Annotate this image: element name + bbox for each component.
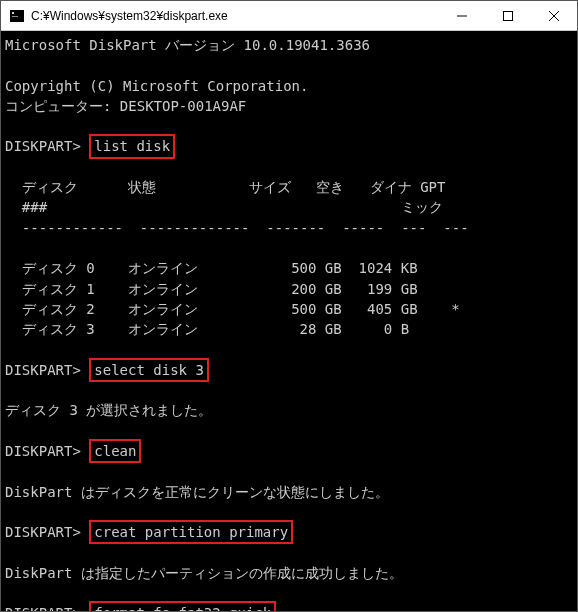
prompt: DISKPART> [5,138,81,154]
minimize-button[interactable] [439,1,485,30]
table-divider: ------------ ------------- ------- -----… [5,218,573,238]
table-header-1: ディスク 状態 サイズ 空き ダイナ GPT [5,177,445,197]
table-row: ディスク 3 オンライン 28 GB 0 B [5,319,573,339]
table-header-2: ### ミック [5,197,443,217]
prompt: DISKPART> [5,605,81,611]
table-row: ディスク 0 オンライン 500 GB 1024 KB [5,258,573,278]
prompt: DISKPART> [5,443,81,459]
prompt-line: DISKPART> list disk [5,136,573,156]
msg-selected: ディスク 3 が選択されました。 [5,400,573,420]
close-button[interactable] [531,1,577,30]
version-line: Microsoft DiskPart バージョン 10.0.19041.3636 [5,35,573,55]
prompt-line: DISKPART> select disk 3 [5,360,573,380]
table-row: ディスク 1 オンライン 200 GB 199 GB [5,279,573,299]
command-clean: clean [89,439,141,463]
copyright-line: Copyright (C) Microsoft Corporation. [5,76,573,96]
msg-partitioned: DiskPart は指定したパーティションの作成に成功しました。 [5,563,573,583]
maximize-button[interactable] [485,1,531,30]
window-controls [439,1,577,30]
table-row: ディスク 2 オンライン 500 GB 405 GB * [5,299,573,319]
command-selectdisk: select disk 3 [89,358,209,382]
command-listdisk: list disk [89,134,175,158]
svg-rect-4 [504,11,513,20]
command-format: format fs=fat32 quick [89,601,276,611]
command-createpartition: creat partition primary [89,520,293,544]
prompt-line: DISKPART> format fs=fat32 quick [5,603,573,611]
svg-rect-1 [12,12,14,14]
terminal-output[interactable]: Microsoft DiskPart バージョン 10.0.19041.3636… [1,31,577,611]
prompt: DISKPART> [5,524,81,540]
app-window: C:¥Windows¥system32¥diskpart.exe Microso… [0,0,578,612]
computer-line: コンピューター: DESKTOP-001A9AF [5,96,573,116]
titlebar[interactable]: C:¥Windows¥system32¥diskpart.exe [1,1,577,31]
svg-rect-2 [12,16,18,17]
prompt-line: DISKPART> clean [5,441,573,461]
window-title: C:¥Windows¥system32¥diskpart.exe [31,9,439,23]
prompt: DISKPART> [5,362,81,378]
app-icon [9,8,25,24]
msg-cleaned: DiskPart はディスクを正常にクリーンな状態にしました。 [5,482,573,502]
prompt-line: DISKPART> creat partition primary [5,522,573,542]
